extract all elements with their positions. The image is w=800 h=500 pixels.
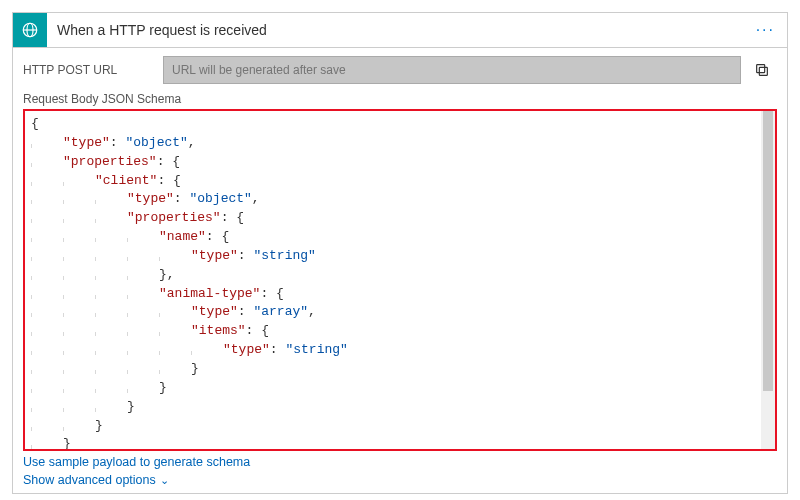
svg-rect-3: [759, 67, 767, 75]
code-line: "type": "array",: [31, 303, 769, 322]
http-url-label: HTTP POST URL: [23, 63, 163, 77]
trigger-title: When a HTTP request is received: [47, 22, 744, 38]
scrollbar-track[interactable]: [761, 111, 775, 449]
card-header: When a HTTP request is received ···: [13, 13, 787, 48]
schema-label: Request Body JSON Schema: [23, 92, 777, 106]
code-line: {: [31, 115, 769, 134]
code-line: }: [31, 398, 769, 417]
code-line: },: [31, 266, 769, 285]
code-line: "type": "string": [31, 341, 769, 360]
copy-url-button[interactable]: [747, 56, 777, 84]
code-line: "type": "object",: [31, 190, 769, 209]
code-line: }: [31, 435, 769, 451]
svg-rect-4: [757, 65, 765, 73]
code-line: "client": {: [31, 172, 769, 191]
card-body: HTTP POST URL Request Body JSON Schema {…: [13, 48, 787, 493]
code-line: "properties": {: [31, 209, 769, 228]
globe-request-icon: [13, 13, 47, 47]
code-line: "animal-type": {: [31, 285, 769, 304]
more-menu-button[interactable]: ···: [744, 21, 787, 39]
code-line: "name": {: [31, 228, 769, 247]
chevron-down-icon: ⌄: [160, 474, 169, 487]
http-url-input[interactable]: [163, 56, 741, 84]
code-line: "type": "string": [31, 247, 769, 266]
code-line: }: [31, 379, 769, 398]
code-line: "items": {: [31, 322, 769, 341]
copy-icon: [754, 62, 770, 78]
trigger-card: When a HTTP request is received ··· HTTP…: [12, 12, 788, 494]
advanced-options-toggle[interactable]: Show advanced options ⌄: [23, 473, 169, 487]
schema-editor[interactable]: {"type": "object","properties": {"client…: [23, 109, 777, 451]
code-line: "properties": {: [31, 153, 769, 172]
code-line: }: [31, 417, 769, 436]
scrollbar-thumb[interactable]: [763, 111, 773, 391]
code-line: "type": "object",: [31, 134, 769, 153]
code-line: }: [31, 360, 769, 379]
http-url-row: HTTP POST URL: [23, 56, 777, 84]
sample-payload-link[interactable]: Use sample payload to generate schema: [23, 455, 250, 469]
